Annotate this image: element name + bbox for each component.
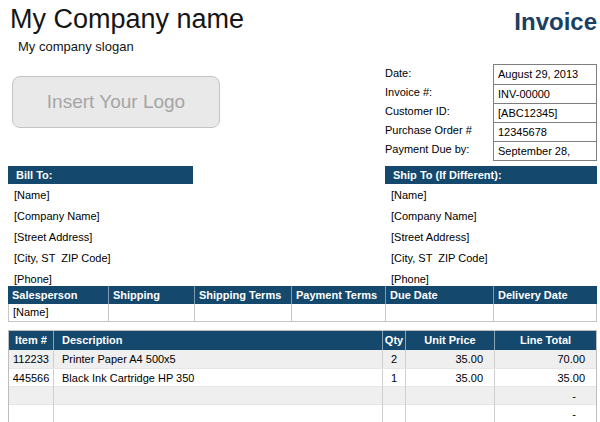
ship-to-city[interactable]: [City, ST ZIP Code] (391, 248, 488, 269)
invoice-page: My Company name My company slogan Insert… (0, 0, 600, 422)
ship-to-street[interactable]: [Street Address] (391, 227, 488, 248)
sales-info-table: Salesperson Shipping Method Shipping Ter… (8, 286, 597, 322)
item-number-cell[interactable]: 112233 (9, 350, 53, 368)
bill-to-city[interactable]: [City, ST ZIP Code] (14, 248, 111, 269)
line-item-row: - (9, 404, 596, 422)
company-slogan[interactable]: My company slogan (18, 39, 134, 54)
logo-placeholder[interactable]: Insert Your Logo (12, 76, 220, 128)
invoice-info-labels: Date: Invoice #: Customer ID: Purchase O… (385, 64, 490, 159)
salesperson-header: Salesperson (8, 286, 108, 304)
invoice-title: Invoice (514, 8, 597, 36)
unit-price-cell[interactable]: 35.00 (405, 350, 494, 368)
bill-to-street[interactable]: [Street Address] (14, 227, 111, 248)
purchase-order-value[interactable]: 12345678 (494, 122, 596, 141)
shipping-terms-header: Shipping Terms (194, 286, 291, 304)
line-item-row: 112233 Printer Paper A4 500x5 2 35.00 70… (9, 350, 596, 368)
item-number-header: Item # (9, 331, 53, 350)
due-date-cell[interactable] (385, 304, 493, 321)
qty-cell[interactable]: 2 (382, 350, 405, 368)
bill-to-company[interactable]: [Company Name] (14, 206, 111, 227)
customer-id-value[interactable]: [ABC12345] (494, 103, 596, 122)
purchase-order-label: Purchase Order # (385, 121, 490, 140)
line-total-cell[interactable]: - (494, 387, 596, 405)
unit-price-cell[interactable] (405, 387, 494, 405)
invoice-info-values: August 29, 2013 INV-00000 [ABC12345] 123… (493, 64, 597, 161)
shipping-method-header: Shipping Method (108, 286, 194, 304)
ship-to-header: Ship To (If Different): (385, 166, 597, 184)
date-value[interactable]: August 29, 2013 (494, 65, 596, 84)
unit-price-cell[interactable] (405, 405, 494, 422)
description-cell[interactable]: Printer Paper A4 500x5 (53, 350, 382, 368)
payment-terms-cell[interactable] (291, 304, 385, 321)
line-item-row: - (9, 386, 596, 404)
item-number-cell[interactable] (9, 387, 53, 405)
ship-to-address: [Name] [Company Name] [Street Address] [… (391, 185, 488, 290)
logo-placeholder-label: Insert Your Logo (47, 91, 185, 113)
sales-info-header-row: Salesperson Shipping Method Shipping Ter… (8, 286, 597, 304)
salesperson-cell[interactable]: [Name] (9, 304, 108, 321)
description-cell[interactable] (53, 405, 382, 422)
line-total-cell[interactable]: 70.00 (494, 350, 596, 368)
line-item-row: 445566 Black Ink Cartridge HP 350 1 35.0… (9, 368, 596, 386)
payment-terms-header: Payment Terms (291, 286, 385, 304)
description-cell[interactable]: Black Ink Cartridge HP 350 (53, 369, 382, 387)
qty-cell[interactable] (382, 387, 405, 405)
qty-cell[interactable]: 1 (382, 369, 405, 387)
payment-due-value[interactable]: September 28, 2013 (494, 141, 596, 160)
company-name[interactable]: My Company name (10, 4, 244, 35)
line-total-cell[interactable]: 35.00 (494, 369, 596, 387)
unit-price-cell[interactable]: 35.00 (405, 369, 494, 387)
shipping-terms-cell[interactable] (194, 304, 291, 321)
item-number-cell[interactable] (9, 405, 53, 422)
invoice-number-label: Invoice #: (385, 83, 490, 102)
shipping-method-cell[interactable] (108, 304, 194, 321)
line-total-header: Line Total (494, 331, 596, 350)
qty-cell[interactable] (382, 405, 405, 422)
bill-to-header: Bill To: (8, 166, 193, 184)
sales-info-data-row: [Name] (8, 304, 597, 322)
due-date-header: Due Date (385, 286, 493, 304)
payment-due-label: Payment Due by: (385, 140, 490, 159)
date-label: Date: (385, 64, 490, 83)
invoice-number-value[interactable]: INV-00000 (494, 84, 596, 103)
line-items-header-row: Item # Description Qty Unit Price Line T… (9, 331, 596, 350)
qty-header: Qty (382, 331, 405, 350)
customer-id-label: Customer ID: (385, 102, 490, 121)
bill-to-name[interactable]: [Name] (14, 185, 111, 206)
delivery-date-header: Delivery Date (493, 286, 597, 304)
ship-to-company[interactable]: [Company Name] (391, 206, 488, 227)
delivery-date-cell[interactable] (493, 304, 596, 321)
unit-price-header: Unit Price (405, 331, 494, 350)
line-items-table: Item # Description Qty Unit Price Line T… (8, 330, 597, 422)
bill-to-address: [Name] [Company Name] [Street Address] [… (14, 185, 111, 290)
line-total-cell[interactable]: - (494, 405, 596, 422)
ship-to-name[interactable]: [Name] (391, 185, 488, 206)
description-cell[interactable] (53, 387, 382, 405)
description-header: Description (53, 331, 382, 350)
item-number-cell[interactable]: 445566 (9, 369, 53, 387)
